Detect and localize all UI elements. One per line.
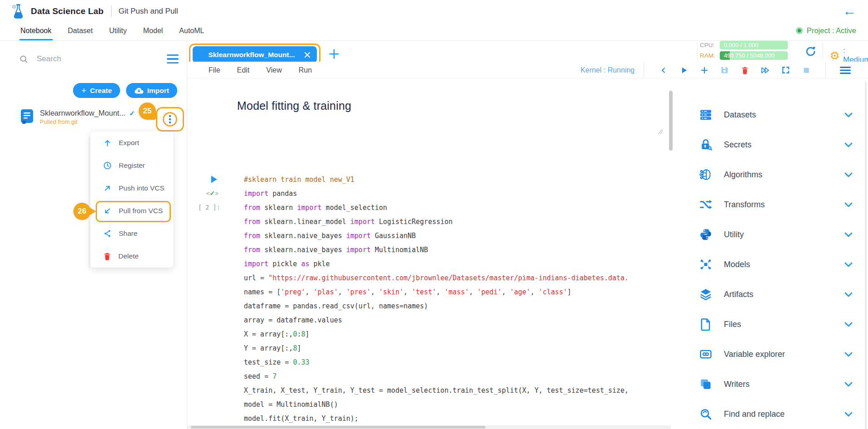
share-icon — [103, 229, 112, 238]
cpu-label: CPU: — [700, 42, 720, 49]
menu-item-export[interactable]: Export — [91, 132, 173, 154]
run-cell-play-icon[interactable] — [679, 65, 689, 76]
menu-item-pull-from-vcs[interactable]: Pull from VCS — [91, 200, 173, 222]
arrow-up-icon — [103, 138, 112, 147]
ram-usage-value: 499.750 / 5048.000 — [720, 52, 775, 59]
menu-item-push-into-vcs[interactable]: Push into VCS — [91, 177, 173, 200]
menu-run[interactable]: Run — [299, 66, 312, 74]
import-button-label: Import — [147, 87, 169, 95]
chevron-down-icon[interactable] — [844, 322, 853, 327]
menu-view[interactable]: View — [266, 66, 281, 74]
chevron-down-icon[interactable] — [844, 262, 853, 267]
markdown-cell-heading[interactable]: Model fitting & training — [237, 99, 351, 112]
project-status-dot-icon — [796, 27, 803, 34]
new-tab-plus-icon[interactable] — [327, 47, 341, 61]
cell-play-icon[interactable] — [211, 176, 218, 183]
code-line: import pickle as pkle — [244, 257, 671, 271]
search-bar[interactable]: Search — [19, 51, 179, 67]
delete-cell-trash-icon[interactable] — [740, 65, 751, 76]
back-arrow-icon[interactable]: ← — [843, 3, 856, 19]
code-line: from sklearn.naive_bayes import Multinom… — [244, 243, 671, 257]
menu-edit[interactable]: Edit — [237, 66, 250, 74]
sidebar-hamburger-icon[interactable] — [167, 54, 179, 64]
panel-item-find-and-replace[interactable]: Find and replace — [674, 399, 868, 429]
notebook-list-item[interactable]: Sklearnworkflow_Mount... ✓ Pulled from g… — [20, 109, 135, 126]
resource-usage: CPU: 0.000 / 1.000 RAM: 499.750 / 5048.0… — [700, 41, 788, 60]
panel-item-label: Writers — [724, 380, 750, 389]
arrow-up-right-icon — [103, 184, 112, 193]
horizontal-scrollbar-thumb[interactable] — [191, 426, 485, 429]
toolbar-hamburger-icon[interactable] — [840, 65, 851, 76]
save-icon[interactable] — [719, 65, 730, 76]
clock-icon — [103, 161, 112, 170]
panel-item-secrets[interactable]: Secrets — [674, 130, 868, 160]
create-button[interactable]: + Create — [73, 83, 120, 98]
menu-item-label: Share — [119, 229, 137, 238]
datasets-icon — [699, 108, 713, 122]
tab-notebook[interactable]: Notebook — [19, 23, 53, 40]
kernel-status: Kernel : Running — [581, 66, 635, 74]
menu-item-delete[interactable]: Delete — [91, 245, 173, 268]
panel-item-writers[interactable]: Writers — [674, 369, 868, 399]
panel-item-variable-explorer[interactable]: Variable explorer — [674, 339, 868, 369]
panel-item-label: Variable explorer — [724, 350, 785, 359]
notebook-vertical-scrollbar-thumb[interactable] — [669, 91, 673, 151]
menu-item-share[interactable]: Share — [91, 222, 173, 245]
transforms-icon — [699, 198, 713, 211]
panel-item-artifacts[interactable]: Artifacts — [674, 279, 868, 309]
tab-dataset[interactable]: Dataset — [67, 23, 94, 40]
search-icon — [19, 54, 29, 64]
code-line: model = MultinomialNB() — [244, 398, 671, 412]
sidebar-actions: + Create Import — [0, 83, 177, 98]
resize-handle-icon[interactable] — [657, 129, 663, 135]
chevron-down-icon[interactable] — [844, 172, 853, 177]
stop-icon[interactable] — [801, 65, 812, 76]
title-divider — [111, 5, 112, 17]
refresh-icon[interactable] — [805, 45, 817, 58]
chevron-down-icon[interactable] — [844, 142, 853, 147]
chevron-down-icon[interactable] — [844, 382, 853, 387]
tab-model[interactable]: Model — [142, 23, 164, 40]
kebab-menu-icon[interactable] — [163, 112, 177, 127]
ram-label: RAM: — [700, 52, 720, 59]
panel-item-datasets[interactable]: Datasets — [674, 100, 868, 130]
tools-panel: Datasets Secrets Algorithms Transforms — [674, 79, 868, 429]
panel-item-files[interactable]: Files — [674, 309, 868, 339]
panel-item-algorithms[interactable]: Algorithms — [674, 160, 868, 190]
kebab-menu-highlight — [156, 107, 184, 132]
callout-badge-25: 25 — [139, 102, 156, 120]
panel-item-models[interactable]: Models — [674, 249, 868, 279]
code-line: from sklearn.linear_model import Logisti… — [244, 215, 671, 229]
chevron-down-icon[interactable] — [844, 352, 853, 357]
tab-utility[interactable]: Utility — [108, 23, 128, 40]
tab-automl[interactable]: AutoML — [178, 23, 205, 40]
menu-file[interactable]: File — [209, 66, 220, 74]
run-all-fast-forward-icon[interactable] — [760, 65, 771, 76]
menu-item-register[interactable]: Register — [91, 154, 173, 177]
chevron-down-icon[interactable] — [844, 292, 853, 297]
chevron-left-icon[interactable] — [658, 65, 669, 76]
chevron-down-icon[interactable] — [844, 412, 853, 417]
import-button[interactable]: Import — [126, 83, 177, 98]
artifacts-icon — [699, 288, 713, 301]
code-line: model.fit(X_train, Y_train); — [244, 412, 671, 426]
panel-item-transforms[interactable]: Transforms — [674, 190, 868, 219]
notebook-sidebar: Search + Create Import — [0, 41, 187, 429]
code-line: test_size = 0.33 — [244, 356, 671, 370]
chevron-down-icon[interactable] — [844, 112, 853, 117]
panel-item-label: Find and replace — [724, 410, 785, 419]
chevron-down-icon[interactable] — [844, 202, 853, 207]
notebook-editor: Model fitting & training <✓> [ 2 ]: #skl… — [187, 79, 671, 429]
chevron-down-icon[interactable] — [844, 232, 853, 237]
menu-item-label: Export — [119, 139, 139, 147]
close-icon[interactable] — [304, 52, 310, 58]
plus-icon: + — [81, 86, 86, 95]
code-cell[interactable]: #sklearn train model new_V1import pandas… — [244, 173, 671, 426]
add-cell-plus-icon[interactable] — [699, 65, 710, 76]
panel-scrollbar[interactable] — [865, 82, 867, 429]
panel-item-utility[interactable]: Utility — [674, 219, 868, 249]
code-line: names = ['preg', 'plas', 'pres', 'skin',… — [244, 285, 671, 299]
open-notebook-tab[interactable]: Sklearnworkflow_Mount... — [193, 46, 317, 63]
fullscreen-icon[interactable] — [781, 65, 791, 76]
project-status: Project : Active — [796, 26, 856, 35]
